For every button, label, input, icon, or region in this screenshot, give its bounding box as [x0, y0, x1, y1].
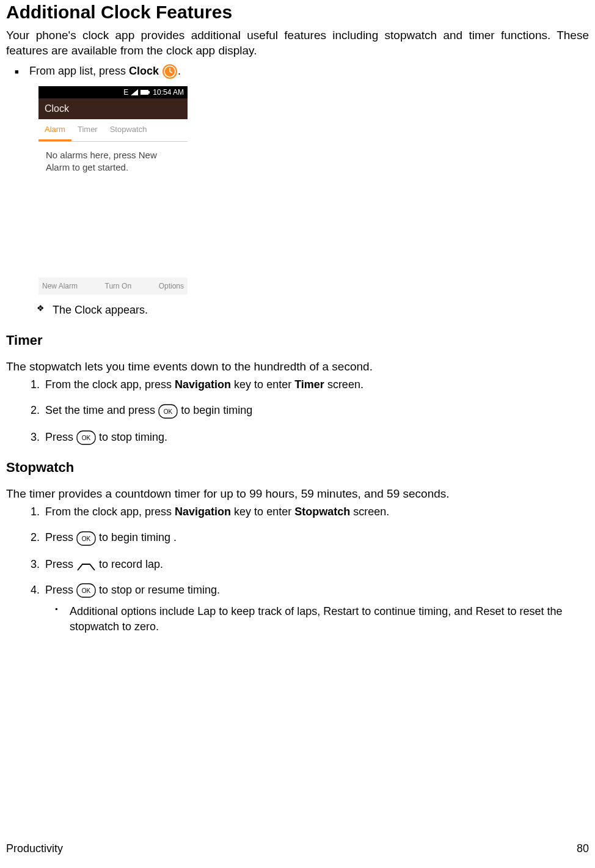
mock-softkey-left: New Alarm — [42, 281, 78, 291]
sw-step3-b: to record lap. — [99, 558, 163, 570]
signal-icon — [131, 89, 138, 95]
sw-step1-a: From the clock app, press — [45, 506, 175, 518]
footer-section: Productivity — [6, 841, 63, 856]
svg-text:OK: OK — [164, 408, 173, 415]
timer-step2-b: to begin timing — [181, 404, 252, 416]
mock-tab-timer: Timer — [71, 119, 104, 142]
timer-heading: Timer — [6, 331, 589, 350]
sw-step4-a: Press — [45, 584, 76, 596]
open-app-text-bold: Clock — [129, 65, 159, 77]
timer-step3-a: Press — [45, 431, 76, 443]
timer-step-3: Press OK to stop timing. — [43, 430, 589, 445]
mock-tabs: Alarm Timer Stopwatch — [38, 119, 188, 142]
clock-icon — [162, 64, 178, 79]
mock-status-bar: E 10:54 AM — [38, 86, 188, 98]
sw-step1-d: Stopwatch — [294, 506, 350, 518]
sw-step1-e: screen. — [350, 506, 389, 518]
mock-app-title: Clock — [38, 98, 188, 119]
timer-step2-a: Set the time and press — [45, 404, 158, 416]
mock-softkeys: New Alarm Turn On Options — [38, 278, 188, 295]
svg-rect-5 — [141, 90, 148, 95]
stopwatch-heading: Stopwatch — [6, 458, 589, 477]
mock-body-text: No alarms here, press New Alarm to get s… — [38, 142, 188, 278]
timer-step1-b: Navigation — [175, 378, 231, 391]
stopwatch-step-2: Press OK to begin timing . — [43, 530, 589, 545]
timer-step1-a: From the clock app, press — [45, 378, 175, 391]
page-title: Additional Clock Features — [6, 0, 589, 25]
intro-text: Your phone's clock app provides addition… — [6, 28, 589, 59]
svg-text:OK: OK — [82, 587, 91, 594]
ok-key-icon: OK — [76, 583, 96, 598]
mock-tab-alarm: Alarm — [38, 119, 71, 142]
timer-step1-c: key to enter — [231, 378, 294, 391]
sw-step1-b: Navigation — [175, 506, 231, 518]
svg-marker-4 — [131, 89, 138, 95]
stopwatch-sub-note: Additional options include Lap to keep t… — [70, 604, 589, 634]
stopwatch-step-3: Press to record lap. — [43, 557, 589, 572]
open-app-step: From app list, press Clock . — [29, 64, 589, 79]
screenshot-mock: E 10:54 AM Clock Alarm Timer Stopwatch N… — [38, 86, 188, 295]
svg-text:OK: OK — [82, 435, 91, 441]
timer-step-1: From the clock app, press Navigation key… — [43, 377, 589, 392]
timer-step-2: Set the time and press OK to begin timin… — [43, 403, 589, 418]
mock-softkey-right: Options — [159, 281, 184, 291]
open-app-text-b: . — [178, 65, 181, 77]
page-number: 80 — [577, 841, 589, 856]
timer-step1-e: screen. — [324, 378, 363, 391]
sw-step2-a: Press — [45, 531, 76, 543]
stopwatch-step-4: Press OK to stop or resume timing. Addit… — [43, 583, 589, 634]
timer-step3-b: to stop timing. — [99, 431, 167, 443]
sw-step1-c: key to enter — [231, 506, 294, 518]
ok-key-icon: OK — [76, 531, 96, 546]
timer-step1-d: Timer — [294, 378, 324, 391]
ok-key-icon: OK — [76, 430, 96, 445]
battery-icon — [141, 89, 150, 95]
mock-time: 10:54 AM — [153, 87, 184, 97]
ok-key-icon: OK — [158, 404, 178, 419]
timer-intro: The stopwatch lets you time events down … — [6, 359, 589, 375]
mock-network-indicator: E — [123, 87, 128, 97]
open-app-text-a: From app list, press — [29, 65, 129, 77]
sw-step4-b: to stop or resume timing. — [99, 584, 220, 596]
sw-step3-a: Press — [45, 558, 76, 570]
mock-tab-stopwatch: Stopwatch — [104, 119, 153, 142]
mock-softkey-center: Turn On — [105, 281, 132, 291]
stopwatch-step-1: From the clock app, press Navigation key… — [43, 504, 589, 519]
stopwatch-intro: The timer provides a countdown timer for… — [6, 486, 589, 502]
sw-step2-b: to begin timing . — [99, 531, 177, 543]
softkey-icon — [76, 561, 96, 569]
svg-rect-6 — [148, 91, 150, 94]
svg-text:OK: OK — [82, 535, 91, 542]
result-clock-appears: The Clock appears. — [53, 303, 589, 317]
